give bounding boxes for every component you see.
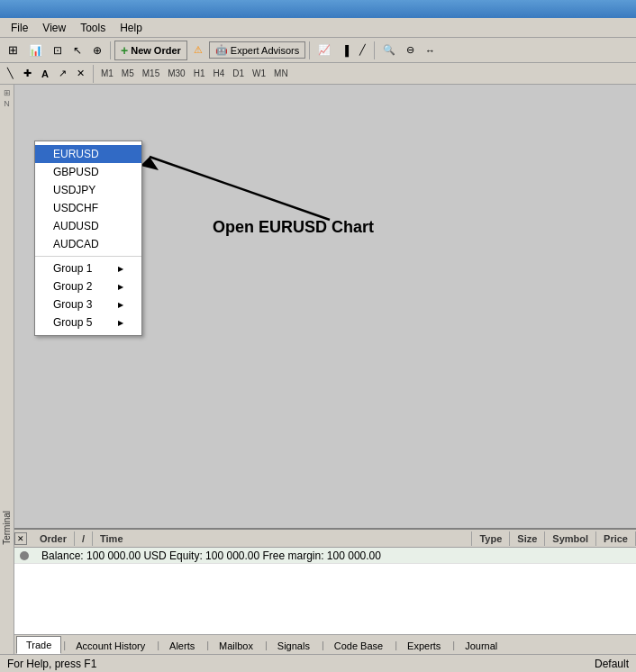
green-circle-icon: [20, 551, 29, 560]
tab-alerts[interactable]: Alerts: [159, 637, 204, 654]
left-sidebar: ⊞ N: [0, 85, 14, 654]
menu-bar: File View Tools Help: [0, 18, 636, 38]
tab-codebase[interactable]: Code Base: [324, 637, 393, 654]
zoom-in-icon: 🔍: [383, 44, 395, 56]
dropdown-item-usdchf[interactable]: USDCHF: [35, 199, 141, 217]
delete-icon: ✕: [77, 68, 85, 79]
warning-icon: ⚠: [194, 44, 203, 56]
timeframe-m1[interactable]: M1: [98, 68, 116, 79]
tab-experts[interactable]: Experts: [397, 637, 450, 654]
bottom-panel: ✕ Order / Time Type Size Symbol Price Ba…: [14, 528, 636, 654]
tab-signals[interactable]: Signals: [268, 637, 320, 654]
expert-advisors-button[interactable]: 🤖 Expert Advisors: [209, 41, 305, 59]
timeframe-m15[interactable]: M15: [140, 68, 162, 79]
toolbar-btn-4[interactable]: ↖: [68, 41, 86, 60]
zoom-out-icon: ⊖: [406, 44, 414, 56]
status-default-text: Default: [595, 658, 629, 670]
timeframe-m30[interactable]: M30: [165, 68, 187, 79]
tb2-btn-2[interactable]: ✚: [20, 66, 35, 82]
timeframe-toolbar: ╲ ✚ A ↗ ✕ M1 M5 M15 M30 H1 H4 D1 W1 MN: [0, 63, 636, 85]
chart-icon: 📊: [29, 44, 42, 57]
col-slash: /: [75, 531, 93, 546]
chart-area: EURUSD GBPUSD USDJPY USDCHF AUDUSD AUDCA…: [14, 85, 636, 528]
new-order-button[interactable]: + New Order: [114, 41, 187, 60]
robot-icon: 🤖: [215, 44, 228, 56]
group5-arrow: ▶: [118, 319, 123, 327]
toolbar-btn-2[interactable]: 📊: [24, 41, 47, 60]
timeframe-mn[interactable]: MN: [271, 68, 291, 79]
line-draw-icon: ╲: [7, 68, 14, 79]
svg-line-0: [150, 157, 330, 220]
menu-tools[interactable]: Tools: [73, 20, 113, 36]
menu-help[interactable]: Help: [113, 20, 150, 36]
tab-trade[interactable]: Trade: [16, 636, 61, 654]
tb2-btn-1[interactable]: ╲: [4, 66, 17, 82]
zoom-icon: ⊕: [93, 44, 102, 57]
timeframe-m5[interactable]: M5: [119, 68, 137, 79]
timeframe-w1[interactable]: W1: [250, 68, 268, 79]
dropdown-sep: [35, 256, 141, 257]
bottom-tabs: Trade | Account History | Alerts | Mailb…: [14, 634, 636, 654]
toolbar-btn-zoom-out[interactable]: ⊖: [402, 41, 419, 60]
status-bar: For Help, press F1 Default: [0, 654, 636, 672]
sidebar-icon-1: ⊞: [4, 88, 11, 97]
toolbar-btn-scroll[interactable]: ↔: [421, 41, 440, 60]
line-icon: ╱: [359, 44, 366, 56]
tb2-btn-arrow[interactable]: ↗: [55, 66, 70, 82]
balance-row: Balance: 100 000.00 USD Equity: 100 000.…: [14, 548, 636, 564]
toolbar-sep-3: [374, 41, 375, 59]
tb2-btn-delete[interactable]: ✕: [73, 66, 88, 82]
expert-advisors-label: Expert Advisors: [231, 45, 299, 56]
dropdown-item-group1[interactable]: Group 1 ▶: [35, 259, 141, 277]
toolbar-btn-6[interactable]: 📈: [313, 41, 335, 60]
tb2-btn-text[interactable]: A: [38, 66, 52, 82]
terminal-sidebar: Terminal: [0, 492, 14, 564]
new-order-label: New Order: [131, 45, 181, 56]
timeframe-h4[interactable]: H4: [210, 68, 227, 79]
group2-arrow: ▶: [118, 283, 123, 291]
plus-icon: +: [121, 43, 128, 58]
cursor-icon: ↖: [73, 44, 82, 57]
toolbar-btn-5[interactable]: ⊕: [88, 41, 106, 60]
toolbar-btn-1[interactable]: ⊞: [4, 41, 23, 60]
timeframe-d1[interactable]: D1: [230, 68, 247, 79]
new-window-icon: ⊞: [8, 43, 18, 57]
group1-arrow: ▶: [118, 265, 123, 273]
timeframe-h1[interactable]: H1: [191, 68, 208, 79]
dropdown-item-audcad[interactable]: AUDCAD: [35, 235, 141, 253]
tab-journal[interactable]: Journal: [455, 637, 507, 654]
dropdown-item-group5[interactable]: Group 5 ▶: [35, 313, 141, 331]
svg-marker-1: [141, 157, 159, 170]
menu-view[interactable]: View: [35, 20, 73, 36]
toolbar-btn-zoom-in[interactable]: 🔍: [378, 41, 400, 60]
group3-arrow: ▶: [118, 301, 123, 309]
toolbar-btn-8[interactable]: ╱: [355, 41, 370, 60]
menu-file[interactable]: File: [4, 20, 35, 36]
arrow-icon: ↗: [59, 68, 67, 79]
toolbar-btn-7[interactable]: ▐: [337, 41, 353, 60]
empty-table-space: [14, 564, 636, 634]
cross-icon: ✚: [23, 68, 32, 79]
dropdown-item-usdjpy[interactable]: USDJPY: [35, 181, 141, 199]
tab-account-history[interactable]: Account History: [66, 637, 155, 654]
grid-icon: ⊡: [53, 44, 62, 57]
panel-close-button[interactable]: ✕: [14, 532, 27, 545]
toolbar-btn-3[interactable]: ⊡: [49, 41, 67, 60]
dropdown-item-audusd[interactable]: AUDUSD: [35, 217, 141, 235]
tab-mailbox[interactable]: Mailbox: [209, 637, 263, 654]
dropdown-item-group3[interactable]: Group 3 ▶: [35, 295, 141, 313]
toolbar-sep-2: [309, 41, 310, 59]
toolbar-btn-warning[interactable]: ⚠: [189, 41, 207, 60]
terminal-label: Terminal: [0, 507, 14, 549]
dropdown-item-eurusd[interactable]: EURUSD: [35, 145, 141, 163]
main-toolbar: ⊞ 📊 ⊡ ↖ ⊕ + New Order ⚠ 🤖 Expert Advisor…: [0, 38, 636, 63]
app-window: File View Tools Help ⊞ 📊 ⊡ ↖ ⊕ + New Ord…: [0, 0, 636, 672]
dropdown-item-gbpusd[interactable]: GBPUSD: [35, 163, 141, 181]
col-symbol: Symbol: [545, 531, 596, 546]
annotation-text: Open EURUSD Chart: [213, 218, 374, 237]
title-bar: [0, 0, 636, 18]
currency-dropdown: EURUSD GBPUSD USDJPY USDCHF AUDUSD AUDCA…: [34, 141, 142, 336]
candle-icon: ▐: [341, 45, 349, 56]
sidebar-icon-2: N: [4, 99, 10, 108]
dropdown-item-group2[interactable]: Group 2 ▶: [35, 277, 141, 295]
